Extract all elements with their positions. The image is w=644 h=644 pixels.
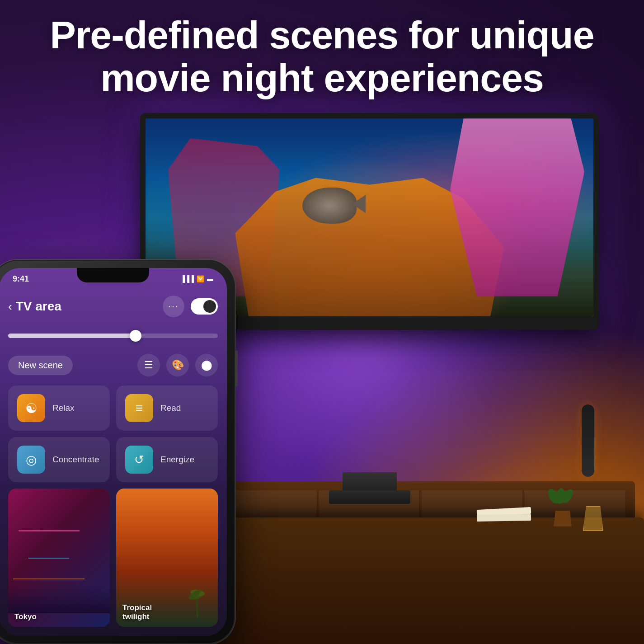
scene-icon-relax: ☯ — [17, 394, 45, 422]
heading-container: Pre-defined scenes for unique movie nigh… — [0, 14, 644, 99]
book — [477, 514, 531, 522]
scene-icon-read: ≡ — [125, 394, 153, 422]
phone-container: 9:41 ▐▐▐ 🛜 ▬ ‹ TV area ··· — [0, 260, 235, 644]
phone-screen: 9:41 ▐▐▐ 🛜 ▬ ‹ TV area ··· — [0, 268, 227, 636]
scene-icon-concentrate: ◎ — [17, 446, 45, 474]
tokyo-neon — [8, 489, 110, 627]
tv-stand — [343, 472, 397, 490]
energize-symbol: ↺ — [134, 453, 144, 467]
tv-base — [329, 490, 410, 504]
app-header: ‹ TV area ··· — [8, 291, 218, 322]
list-icon: ☰ — [144, 359, 153, 371]
palette-icon: 🎨 — [172, 359, 184, 371]
signal-icon: ▐▐▐ — [180, 275, 194, 282]
relax-symbol: ☯ — [25, 400, 38, 416]
back-chevron-icon: ‹ — [8, 300, 12, 314]
scene-label-tropical: Tropicaltwilight — [122, 603, 152, 621]
phone-notch — [77, 268, 149, 282]
status-icons: ▐▐▐ 🛜 ▬ — [180, 275, 213, 282]
scene-card-read[interactable]: ≡ Read — [116, 385, 218, 431]
scene-label-relax: Relax — [52, 403, 75, 413]
heading-line2: movie night experiences — [100, 56, 544, 99]
tokyo-image — [8, 489, 110, 627]
brightness-track — [8, 334, 218, 338]
list-view-button[interactable]: ☰ — [137, 354, 160, 376]
color-wheel-button[interactable]: ⬤ — [195, 354, 218, 376]
more-options-button[interactable]: ··· — [163, 296, 184, 317]
toggle-knob — [203, 300, 216, 313]
heading-line1: Pre-defined scenes for unique — [50, 13, 594, 56]
scene-icon-energize: ↺ — [125, 446, 153, 474]
concentrate-symbol: ◎ — [26, 452, 37, 467]
scene-card-concentrate[interactable]: ◎ Concentrate — [8, 437, 110, 482]
wifi-icon: 🛜 — [197, 275, 204, 282]
main-heading: Pre-defined scenes for unique movie nigh… — [36, 14, 608, 99]
new-scene-label: New scene — [18, 360, 63, 370]
palette-button[interactable]: 🎨 — [166, 354, 189, 376]
plant — [549, 490, 576, 526]
hue-bar-right — [582, 404, 594, 477]
plant-pot — [554, 511, 572, 526]
power-toggle[interactable] — [191, 298, 218, 315]
brightness-thumb[interactable] — [130, 330, 141, 342]
scene-card-tokyo[interactable]: Tokyo — [8, 489, 110, 627]
scene-label-concentrate: Concentrate — [52, 455, 99, 465]
scene-card-energize[interactable]: ↺ Energize — [116, 437, 218, 482]
scenes-grid: ☯ Relax ≡ Read ◎ Concentrate — [8, 385, 218, 627]
status-time: 9:41 — [13, 274, 29, 284]
scene-toolbar: New scene ☰ 🎨 ⬤ — [8, 352, 218, 379]
power-button[interactable] — [235, 350, 238, 386]
phone-outer: 9:41 ▐▐▐ 🛜 ▬ ‹ TV area ··· — [0, 260, 235, 644]
new-scene-button[interactable]: New scene — [8, 356, 73, 375]
glass — [583, 506, 603, 531]
brightness-slider-container[interactable] — [8, 327, 218, 345]
fish — [302, 188, 357, 224]
brightness-fill — [8, 334, 134, 338]
color-wheel-icon: ⬤ — [201, 359, 212, 371]
scene-label-read: Read — [160, 403, 181, 413]
scene-card-relax[interactable]: ☯ Relax — [8, 385, 110, 431]
scene-card-tropical[interactable]: Tropicaltwilight — [116, 489, 218, 627]
tropical-palm — [184, 582, 211, 618]
battery-icon: ▬ — [207, 275, 213, 282]
app-title: TV area — [16, 299, 61, 314]
scene-label-tokyo: Tokyo — [14, 612, 37, 621]
scene-label-energize: Energize — [160, 455, 194, 465]
dots-icon: ··· — [168, 301, 179, 312]
back-button[interactable]: ‹ TV area — [8, 299, 61, 314]
book-stack — [477, 508, 531, 526]
read-symbol: ≡ — [136, 401, 143, 415]
header-actions: ··· — [163, 296, 218, 317]
